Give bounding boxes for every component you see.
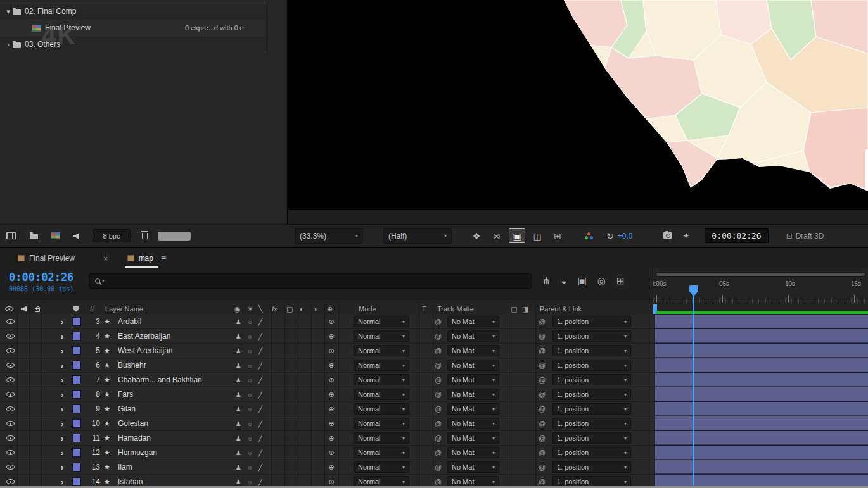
- track-matte-dropdown[interactable]: No Mat ▾: [447, 330, 499, 342]
- parent-pickwhip-icon[interactable]: @: [539, 315, 549, 328]
- shy-switch[interactable]: ♟: [236, 344, 246, 358]
- blend-mode-dropdown[interactable]: Normal ▾: [354, 345, 409, 356]
- layer-row[interactable]: › 8 ★ Fars ♟ ☼ ╱ ⊕ Normal ▾ @ No Mat ▾ @…: [0, 387, 868, 402]
- layer-expand-chevron[interactable]: ›: [61, 373, 70, 387]
- layer-color-swatch[interactable]: [73, 387, 80, 401]
- quality-switch[interactable]: ╱: [258, 344, 269, 358]
- eye-toggle[interactable]: [4, 344, 16, 358]
- parent-link-column-header[interactable]: Parent & Link: [540, 303, 582, 315]
- track-matte-dropdown[interactable]: No Mat ▾: [447, 403, 499, 415]
- layer-duration-bar[interactable]: [655, 416, 868, 430]
- parent-link-dropdown[interactable]: 1. position ▾: [552, 374, 631, 385]
- quality-switch[interactable]: ╱: [258, 373, 269, 387]
- track-matte-dropdown[interactable]: No Mat ▾: [447, 360, 499, 371]
- layer-expand-chevron[interactable]: ›: [61, 387, 70, 401]
- matte-pickwhip-icon[interactable]: @: [435, 329, 445, 343]
- eye-toggle[interactable]: [4, 373, 16, 387]
- project-item-final-preview-comp[interactable]: Final Preview 0 expre...d with 0 e: [0, 20, 266, 36]
- chevron-down-icon[interactable]: ▾: [4, 8, 13, 16]
- chevron-right-icon[interactable]: ›: [4, 41, 13, 48]
- collapse-switch[interactable]: ☼: [247, 329, 257, 343]
- track-matte-dropdown[interactable]: No Mat ▾: [447, 418, 499, 429]
- layer-duration-bar[interactable]: [655, 315, 868, 328]
- mini-flowchart-button[interactable]: ⋔: [542, 275, 551, 287]
- layer-color-swatch[interactable]: [73, 460, 80, 474]
- eye-toggle[interactable]: [4, 358, 16, 372]
- parent-link-dropdown[interactable]: 1. position ▾: [552, 316, 631, 327]
- layer-color-swatch[interactable]: [73, 358, 80, 372]
- layer-duration-bar[interactable]: [655, 358, 868, 372]
- blend-mode-dropdown[interactable]: Normal ▾: [354, 330, 409, 342]
- layer-expand-chevron[interactable]: ›: [61, 460, 70, 474]
- track-matte-column-header[interactable]: Track Matte: [437, 303, 474, 315]
- parent-pickwhip-icon[interactable]: @: [539, 416, 549, 430]
- collapse-switch[interactable]: ☼: [247, 446, 257, 460]
- eye-toggle[interactable]: [4, 387, 16, 401]
- channels-button[interactable]: [585, 232, 594, 240]
- audio-settings-button[interactable]: [73, 230, 79, 242]
- layer-duration-bar[interactable]: [655, 373, 868, 387]
- layer-duration-bar[interactable]: [655, 329, 868, 343]
- footer-scrollbar[interactable]: [158, 232, 191, 241]
- threed-layer-toggle[interactable]: ⊕: [324, 416, 338, 430]
- matte-pickwhip-icon[interactable]: @: [435, 402, 445, 416]
- shy-switch[interactable]: ♟: [236, 446, 246, 460]
- tab-map[interactable]: map: [127, 248, 153, 268]
- guides-button[interactable]: ⊞: [549, 228, 566, 243]
- parent-link-dropdown[interactable]: 1. position ▾: [552, 389, 631, 400]
- shy-switch[interactable]: ♟: [236, 373, 246, 387]
- tab-final-preview[interactable]: Final Preview ×: [18, 248, 108, 268]
- parent-pickwhip-icon[interactable]: @: [539, 431, 549, 445]
- layer-expand-chevron[interactable]: ›: [61, 416, 70, 430]
- collapse-switch[interactable]: ☼: [247, 402, 257, 416]
- eye-toggle[interactable]: [4, 431, 16, 445]
- layer-name[interactable]: West Azerbaijan: [118, 344, 233, 358]
- collapse-switch[interactable]: ☼: [247, 373, 257, 387]
- layer-expand-chevron[interactable]: ›: [61, 344, 70, 358]
- parent-link-dropdown[interactable]: 1. position ▾: [552, 345, 631, 356]
- layer-expand-chevron[interactable]: ›: [61, 446, 70, 460]
- current-timecode[interactable]: 0:00:02:26: [9, 271, 73, 284]
- show-snapshot-button[interactable]: ✦: [682, 231, 689, 241]
- viewer-timecode[interactable]: 0:00:02:26: [705, 228, 768, 243]
- track-matte-dropdown[interactable]: No Mat ▾: [447, 461, 499, 473]
- layer-duration-bar[interactable]: [655, 344, 868, 358]
- track-matte-dropdown[interactable]: No Mat ▾: [447, 389, 499, 400]
- fast-previews-button[interactable]: ❖: [468, 228, 485, 243]
- layer-row[interactable]: › 9 ★ Gilan ♟ ☼ ╱ ⊕ Normal ▾ @ No Mat ▾ …: [0, 402, 868, 416]
- layer-duration-bar[interactable]: [655, 402, 868, 416]
- blend-mode-dropdown[interactable]: Normal ▾: [354, 389, 409, 400]
- bit-depth-button[interactable]: 8 bpc: [93, 229, 131, 242]
- quality-switch[interactable]: ╱: [258, 387, 269, 401]
- composition-view[interactable]: [288, 0, 868, 210]
- quality-switch[interactable]: ╱: [258, 358, 269, 372]
- shy-switch[interactable]: ♟: [236, 416, 246, 430]
- collapse-switch[interactable]: ☼: [247, 358, 257, 372]
- track-matte-dropdown[interactable]: No Mat ▾: [447, 432, 499, 444]
- layer-duration-bar[interactable]: [655, 460, 868, 474]
- region-of-interest-button[interactable]: ▣: [509, 228, 525, 243]
- interpret-footage-button[interactable]: [6, 230, 16, 242]
- matte-pickwhip-icon[interactable]: @: [435, 416, 445, 430]
- layer-row[interactable]: › 7 ★ Chaharm... and Bakhtiari ♟ ☼ ╱ ⊕ N…: [0, 373, 868, 387]
- work-area-bar[interactable]: [656, 311, 868, 314]
- blend-mode-dropdown[interactable]: Normal ▾: [354, 447, 409, 458]
- delete-button[interactable]: [142, 230, 148, 242]
- threed-layer-toggle[interactable]: ⊕: [324, 315, 338, 328]
- shy-switch[interactable]: ♟: [236, 358, 246, 372]
- blend-mode-dropdown[interactable]: Normal ▾: [354, 374, 409, 385]
- parent-pickwhip-icon[interactable]: @: [539, 446, 549, 460]
- layer-color-swatch[interactable]: [73, 431, 80, 445]
- layer-name[interactable]: Hormozgan: [118, 446, 233, 460]
- mask-visibility-button[interactable]: ◫: [529, 228, 546, 243]
- exposure-value[interactable]: +0.0: [618, 232, 633, 241]
- timeline-zoom-scrollbar[interactable]: [656, 272, 865, 277]
- layer-color-swatch[interactable]: [73, 446, 80, 460]
- layer-color-swatch[interactable]: [73, 315, 80, 328]
- eye-toggle[interactable]: [4, 460, 16, 474]
- shy-switch[interactable]: ♟: [236, 387, 246, 401]
- threed-layer-toggle[interactable]: ⊕: [324, 344, 338, 358]
- matte-pickwhip-icon[interactable]: @: [435, 315, 445, 328]
- collapse-switch[interactable]: ☼: [247, 431, 257, 445]
- collapse-switch[interactable]: ☼: [247, 315, 257, 328]
